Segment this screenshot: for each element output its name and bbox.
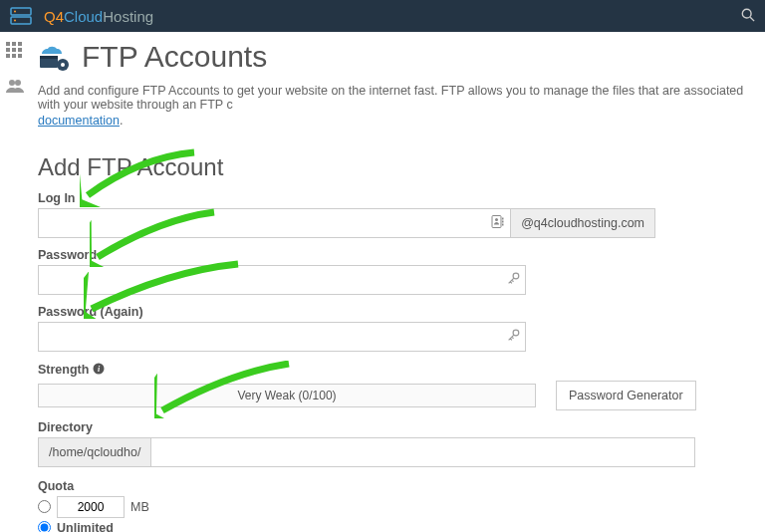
brand-text: Q4CloudHosting (44, 8, 153, 25)
svg-point-15 (9, 80, 15, 86)
svg-rect-23 (502, 221, 504, 223)
key-icon (507, 272, 520, 288)
users-icon[interactable] (6, 78, 24, 96)
page-title: FTP Accounts (82, 40, 267, 74)
svg-point-26 (513, 273, 519, 279)
intro-text: Add and configure FTP Accounts to get yo… (38, 84, 751, 112)
page-title-row: FTP Accounts (38, 40, 751, 74)
login-domain-suffix: @q4cloudhosting.com (511, 208, 655, 238)
password-input[interactable] (38, 265, 526, 295)
svg-point-20 (61, 63, 65, 67)
svg-rect-14 (18, 54, 22, 58)
svg-rect-22 (502, 218, 504, 220)
svg-rect-12 (6, 54, 10, 58)
svg-rect-11 (18, 48, 22, 52)
quota-unit: MB (130, 500, 149, 514)
password-label: Password (38, 248, 751, 262)
brand: Q4CloudHosting (10, 6, 153, 26)
svg-point-25 (495, 218, 498, 221)
password-generator-button[interactable]: Password Generator (556, 381, 696, 410)
directory-prefix: /home/qcloudho/ (38, 437, 150, 467)
svg-point-2 (14, 11, 16, 13)
quota-value-input[interactable] (57, 496, 125, 518)
svg-rect-24 (502, 224, 504, 226)
svg-rect-8 (18, 42, 22, 46)
svg-rect-21 (492, 216, 501, 228)
svg-rect-6 (6, 42, 10, 46)
svg-point-27 (513, 330, 519, 336)
svg-rect-18 (40, 56, 58, 59)
quota-radio-unlimited[interactable] (38, 521, 51, 532)
top-bar: Q4CloudHosting (0, 0, 765, 32)
section-title: Add FTP Account (38, 153, 751, 181)
svg-rect-13 (12, 54, 16, 58)
svg-point-4 (742, 9, 751, 18)
search-icon[interactable] (741, 8, 755, 25)
password-again-input[interactable] (38, 322, 526, 352)
documentation-link[interactable]: documentation (38, 114, 120, 128)
svg-point-16 (15, 80, 21, 86)
quota-label: Quota (38, 479, 751, 493)
svg-rect-9 (6, 48, 10, 52)
directory-label: Directory (38, 420, 751, 434)
quota-unlimited-label: Unlimited (57, 521, 114, 533)
contact-icon[interactable] (491, 215, 505, 232)
brand-icon (10, 6, 38, 26)
strength-meter: Very Weak (0/100) (38, 384, 536, 407)
svg-rect-10 (12, 48, 16, 52)
login-input[interactable] (38, 208, 511, 238)
strength-label: Strength i (38, 363, 105, 378)
directory-input[interactable] (150, 437, 695, 467)
ftp-icon (38, 40, 72, 74)
quota-radio-limited[interactable] (38, 500, 51, 513)
svg-rect-7 (12, 42, 16, 46)
key-icon (507, 329, 520, 345)
info-icon[interactable]: i (93, 363, 105, 378)
sidebar (0, 32, 30, 532)
grid-icon[interactable] (6, 42, 24, 60)
login-label: Log In (38, 191, 751, 205)
password-again-label: Password (Again) (38, 305, 751, 319)
svg-line-5 (750, 17, 754, 21)
svg-point-3 (14, 20, 16, 22)
doc-line: documentation. (38, 114, 751, 128)
